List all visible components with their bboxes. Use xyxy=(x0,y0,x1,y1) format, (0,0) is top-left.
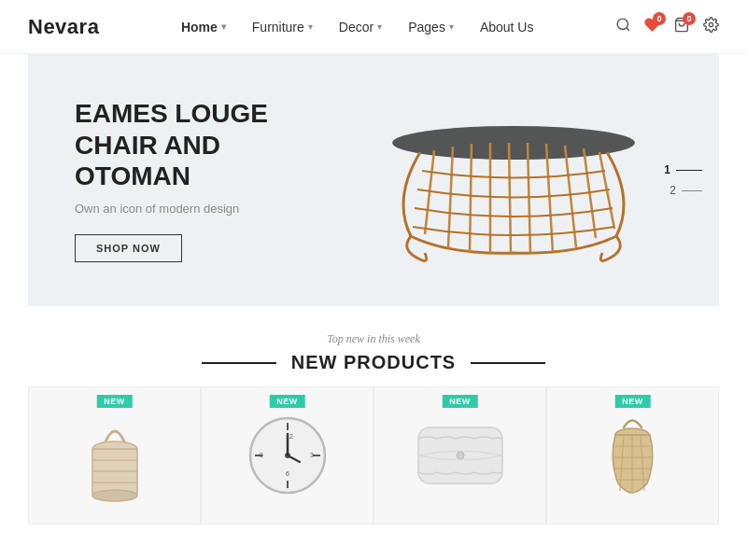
svg-line-7 xyxy=(470,144,472,252)
nav-item-home[interactable]: Home ▾ xyxy=(181,20,226,35)
chevron-down-icon: ▾ xyxy=(221,21,226,32)
svg-point-17 xyxy=(92,490,137,501)
logo[interactable]: Nevara xyxy=(28,15,99,39)
svg-line-11 xyxy=(546,144,553,252)
title-line-left xyxy=(202,362,276,364)
svg-point-0 xyxy=(617,19,627,29)
product-badge: NEW xyxy=(614,395,651,408)
chevron-down-icon: ▾ xyxy=(449,21,454,32)
wishlist-badge: 0 xyxy=(653,12,666,25)
product-badge: NEW xyxy=(442,395,478,408)
product-card[interactable]: NEW xyxy=(374,386,546,525)
slide-indicator-1[interactable]: 1 xyxy=(664,163,702,176)
svg-text:9: 9 xyxy=(260,452,263,458)
product-card[interactable]: NEW 12 3 6 9 xyxy=(201,386,374,525)
cart-badge: 0 xyxy=(683,12,696,25)
main-nav: Home ▾ Furniture ▾ Decor ▾ Pages ▾ About… xyxy=(181,20,534,35)
products-grid: NEW NEW xyxy=(0,386,747,525)
svg-point-3 xyxy=(709,22,712,26)
svg-text:6: 6 xyxy=(286,470,289,477)
product-badge: NEW xyxy=(269,395,305,408)
slide-line-1 xyxy=(676,170,702,171)
shop-now-button[interactable]: SHOP NOW xyxy=(75,234,182,262)
wishlist-button[interactable]: 0 xyxy=(644,17,660,37)
product-card[interactable]: NEW xyxy=(546,386,719,525)
chevron-down-icon: ▾ xyxy=(308,21,313,32)
svg-text:12: 12 xyxy=(286,433,293,440)
hero-section: EAMES LOUGE CHAIR AND OTOMAN Own an icon… xyxy=(28,54,719,306)
settings-button[interactable] xyxy=(703,17,719,37)
product-badge: NEW xyxy=(96,395,133,408)
nav-item-about[interactable]: About Us xyxy=(480,20,534,35)
slide-indicators: 1 2 xyxy=(664,163,702,197)
search-button[interactable] xyxy=(615,17,631,37)
svg-text:3: 3 xyxy=(310,452,314,458)
hero-content: EAMES LOUGE CHAIR AND OTOMAN Own an icon… xyxy=(28,98,383,262)
section-tagline: Top new in this week xyxy=(0,332,747,346)
slide-line-2 xyxy=(682,190,702,191)
products-section: Top new in this week NEW PRODUCTS NEW xyxy=(0,306,747,525)
slide-indicator-2[interactable]: 2 xyxy=(669,184,702,197)
title-line-right xyxy=(471,362,545,364)
svg-line-1 xyxy=(627,27,629,30)
nav-item-pages[interactable]: Pages ▾ xyxy=(408,20,454,35)
section-title: NEW PRODUCTS xyxy=(291,352,456,373)
hero-subtitle: Own an icon of modern design xyxy=(75,202,336,216)
hero-product-image xyxy=(364,77,663,283)
svg-rect-16 xyxy=(92,449,137,496)
header-icons: 0 0 xyxy=(615,17,719,37)
hero-title: EAMES LOUGE CHAIR AND OTOMAN xyxy=(75,98,336,192)
header: Nevara Home ▾ Furniture ▾ Decor ▾ Pages … xyxy=(0,0,747,54)
nav-item-decor[interactable]: Decor ▾ xyxy=(339,20,382,35)
nav-item-furniture[interactable]: Furniture ▾ xyxy=(252,20,313,35)
product-card[interactable]: NEW xyxy=(28,386,201,525)
svg-point-4 xyxy=(392,126,635,160)
chevron-down-icon: ▾ xyxy=(377,21,382,32)
svg-point-34 xyxy=(457,452,464,459)
cart-button[interactable]: 0 xyxy=(673,17,690,37)
section-header: Top new in this week NEW PRODUCTS xyxy=(0,306,747,386)
